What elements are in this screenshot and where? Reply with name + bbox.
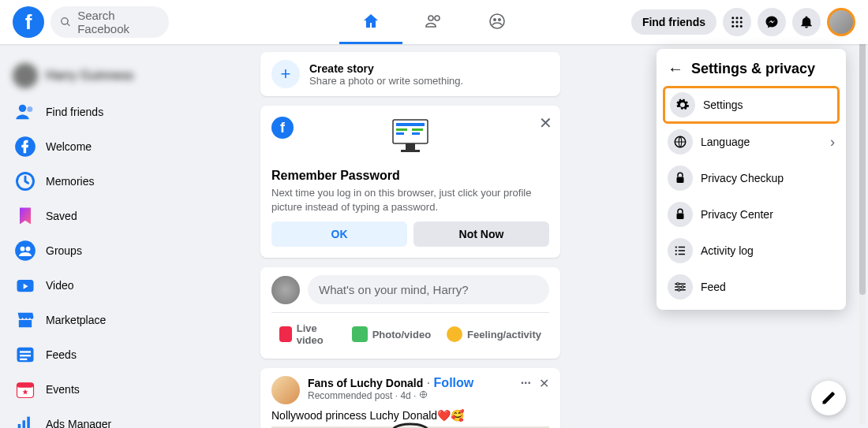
grid-icon <box>730 15 744 29</box>
not-now-button[interactable]: Not Now <box>413 221 549 247</box>
nav-home[interactable] <box>339 0 402 44</box>
plus-icon: + <box>271 60 300 88</box>
sidebar-item-ads-manager[interactable]: Ads Manager <box>6 407 246 428</box>
sidebar-item-label: Memories <box>46 175 94 188</box>
feed-post: Fans of Luchy Donald · Follow Recommende… <box>260 368 560 428</box>
photo-video-label: Photo/video <box>372 329 431 341</box>
svg-point-2 <box>498 18 501 21</box>
search-placeholder: Search Facebook <box>77 9 159 35</box>
list-icon <box>668 238 693 263</box>
dropdown-title: Settings & privacy <box>691 61 815 77</box>
scrollbar-thumb[interactable] <box>859 11 866 295</box>
remember-password-title: Remember Password <box>271 169 549 183</box>
svg-point-6 <box>731 21 734 24</box>
composer-avatar[interactable] <box>271 276 300 304</box>
close-icon[interactable]: ✕ <box>539 114 552 132</box>
remember-password-card: ✕ f Remember Password Next time you log … <box>260 106 560 258</box>
sidebar-item-welcome[interactable]: Welcome <box>6 129 246 164</box>
home-icon <box>361 12 380 31</box>
svg-point-16 <box>15 240 36 261</box>
lock-icon <box>668 166 693 191</box>
back-arrow-icon[interactable]: ← <box>668 60 683 78</box>
menu-grid-button[interactable] <box>723 8 751 36</box>
sidebar-item-video[interactable]: Video <box>6 268 246 303</box>
remember-password-body: Next time you log in on this browser, ju… <box>271 186 549 214</box>
sidebar-item-saved[interactable]: Saved <box>6 199 246 233</box>
post-page-avatar[interactable] <box>271 376 300 404</box>
live-video-label: Live video <box>297 322 336 346</box>
search-input[interactable]: Search Facebook <box>51 6 169 38</box>
feeling-activity-action[interactable]: Feeling/activity <box>439 318 549 351</box>
sidebar-item-marketplace[interactable]: Marketplace <box>6 303 246 337</box>
svg-rect-22 <box>20 355 31 356</box>
sidebar-item-groups[interactable]: Groups <box>6 233 246 268</box>
ok-button[interactable]: OK <box>271 221 407 247</box>
live-video-icon <box>279 326 292 342</box>
live-video-action[interactable]: Live video <box>271 318 344 351</box>
post-close-icon[interactable]: ✕ <box>539 376 549 391</box>
account-avatar-button[interactable] <box>827 8 855 36</box>
find-friends-button[interactable]: Find friends <box>631 9 716 35</box>
dropdown-item-label: Privacy Center <box>701 208 773 221</box>
marketplace-icon <box>13 307 38 333</box>
svg-point-44 <box>675 253 677 255</box>
nav-groups[interactable] <box>466 0 529 44</box>
dropdown-item-label: Settings <box>703 99 743 111</box>
sidebar-item-label: Feeds <box>46 348 77 361</box>
svg-point-7 <box>736 21 739 24</box>
svg-point-52 <box>682 286 684 288</box>
post-page-name[interactable]: Fans of Luchy Donald <box>308 377 423 389</box>
svg-rect-35 <box>406 143 415 150</box>
sidebar-profile-row[interactable]: Harry Guinness <box>6 57 246 95</box>
dropdown-item-settings[interactable]: Settings <box>663 86 840 124</box>
sidebar-item-feeds[interactable]: Feeds <box>6 337 246 372</box>
svg-point-11 <box>740 25 743 28</box>
dropdown-item-privacy-center[interactable]: Privacy Center <box>657 196 846 233</box>
svg-rect-36 <box>401 150 420 152</box>
edit-icon <box>821 390 836 406</box>
svg-point-51 <box>677 283 679 285</box>
video-icon <box>13 273 38 298</box>
sidebar-item-memories[interactable]: Memories <box>6 164 246 199</box>
nav-friends[interactable] <box>402 0 466 44</box>
dropdown-item-label: Privacy Checkup <box>701 172 784 184</box>
sidebar-item-label: Video <box>46 279 74 292</box>
sidebar-item-find-friends[interactable]: Find friends <box>6 95 246 129</box>
photo-video-action[interactable]: Photo/video <box>344 318 439 351</box>
sidebar-item-label: Events <box>46 383 80 396</box>
messenger-button[interactable] <box>758 8 786 36</box>
dropdown-item-privacy-checkup[interactable]: Privacy Checkup <box>657 160 846 196</box>
scrollbar[interactable] <box>857 11 868 425</box>
dropdown-item-feed[interactable]: Feed <box>657 269 846 305</box>
svg-point-38 <box>393 424 428 428</box>
feeling-icon <box>447 326 462 342</box>
svg-point-43 <box>675 250 677 251</box>
post-follow-link[interactable]: Follow <box>434 376 474 389</box>
svg-rect-33 <box>412 128 423 131</box>
create-story-subtitle: Share a photo or write something. <box>309 75 463 87</box>
bookmark-icon <box>13 203 38 229</box>
svg-rect-47 <box>679 254 685 255</box>
settings-privacy-dropdown: ← Settings & privacy Settings Language ›… <box>657 49 846 310</box>
gear-icon <box>670 92 695 117</box>
post-more-icon[interactable]: ··· <box>521 376 531 391</box>
composer-input[interactable]: What's on your mind, Harry? <box>308 275 549 304</box>
svg-point-9 <box>731 25 734 28</box>
svg-rect-25 <box>17 383 34 388</box>
dropdown-item-language[interactable]: Language › <box>657 124 846 160</box>
sidebar-item-events[interactable]: Events <box>6 372 246 407</box>
groups-icon <box>488 12 507 31</box>
svg-rect-28 <box>27 417 30 428</box>
compose-fab[interactable] <box>811 381 846 415</box>
create-story-card[interactable]: + Create story Share a photo or write so… <box>260 52 560 96</box>
photo-icon <box>352 326 368 342</box>
lock-icon <box>668 202 693 227</box>
chevron-right-icon: › <box>830 134 835 151</box>
header-bar: f Search Facebook Find friends <box>0 0 868 44</box>
svg-rect-27 <box>23 420 26 428</box>
notifications-button[interactable] <box>792 8 821 36</box>
composer-card: What's on your mind, Harry? Live video P… <box>260 267 560 359</box>
dropdown-item-label: Feed <box>701 281 726 293</box>
dropdown-item-activity-log[interactable]: Activity log <box>657 233 846 269</box>
facebook-logo[interactable]: f <box>13 6 44 38</box>
